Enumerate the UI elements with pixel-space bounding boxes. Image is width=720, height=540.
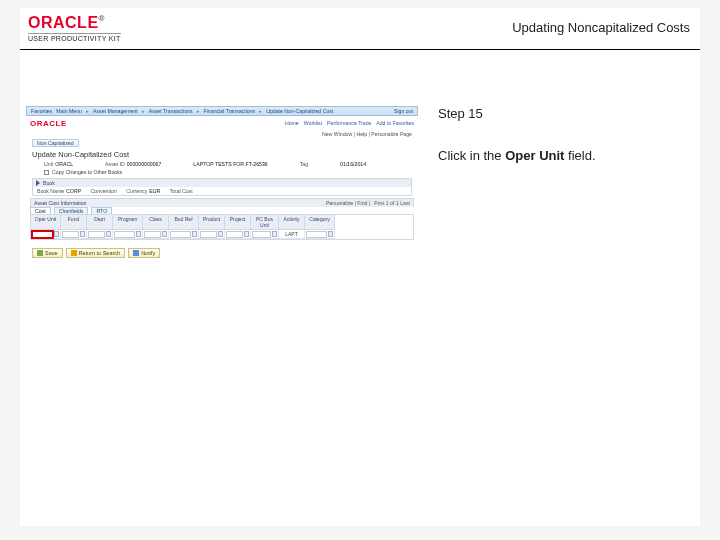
col-program: Program [113, 215, 143, 230]
toolbar-link[interactable]: Performance Trace [327, 120, 371, 126]
crumb: Update Non-Capitalized Cost [266, 108, 333, 114]
col-class: Class [143, 215, 169, 230]
bud-ref-field[interactable] [170, 231, 191, 238]
table-row: LAPT [31, 230, 413, 239]
oper-unit-field[interactable] [32, 231, 53, 238]
notify-icon [133, 250, 139, 256]
window-links[interactable]: New Window | Help | Personalize Page [26, 130, 418, 138]
lookup-icon[interactable] [328, 231, 333, 237]
lookup-icon[interactable] [218, 231, 223, 237]
grid-count: First 1 of 1 Last [374, 200, 410, 206]
fund-field[interactable] [62, 231, 79, 238]
toolbar-link[interactable]: Worklist [304, 120, 322, 126]
search-icon [71, 250, 77, 256]
col-activity: Activity [279, 215, 305, 230]
tab-non-capitalized[interactable]: Non Capitalized [32, 139, 79, 147]
save-icon [37, 250, 43, 256]
crumb: Main Menu [56, 108, 82, 114]
lookup-icon[interactable] [244, 231, 249, 237]
col-fund: Fund [61, 215, 87, 230]
page-title: Update Non-Capitalized Cost [26, 148, 418, 160]
grid-section-title: Asset Cost Information [34, 200, 86, 206]
unit-value: ORACL [55, 161, 73, 167]
cost-grid: Oper Unit Fund Dept Program Class Bud Re… [30, 214, 414, 240]
breadcrumb: Favorites Main Menu▸ Asset Management▸ A… [26, 106, 418, 116]
step-label: Step 15 [438, 106, 680, 121]
project-field[interactable] [226, 231, 243, 238]
instruction-text: Click in the Oper Unit field. [438, 147, 680, 165]
book-name-label: Book Name [37, 188, 64, 194]
book-panel-title: Book [43, 180, 55, 186]
doc-title: Updating Noncapitalized Costs [512, 20, 690, 35]
lookup-icon[interactable] [136, 231, 141, 237]
book-panel: Book Book Name CORP Convention Currency … [32, 178, 412, 196]
save-button[interactable]: Save [32, 248, 63, 258]
signout-link[interactable]: Sign out [394, 108, 413, 114]
program-field[interactable] [114, 231, 135, 238]
grid-personalize-link[interactable]: Personalize | Find | [326, 200, 370, 206]
assetid-value: 000000000067 [127, 161, 162, 167]
category-field[interactable] [306, 231, 327, 238]
oracle-logo: ORACLE® USER PRODUCTIVITY KIT [28, 14, 121, 42]
triangle-icon [36, 180, 40, 186]
col-oper-unit: Oper Unit [31, 215, 61, 230]
currency-label: Currency [126, 188, 147, 194]
crumb: Asset Management [93, 108, 138, 114]
doc-header: ORACLE® USER PRODUCTIVITY KIT Updating N… [20, 8, 700, 50]
col-product: Product [199, 215, 225, 230]
notify-button[interactable]: Notify [128, 248, 160, 258]
convention-label: Convention [91, 188, 117, 194]
return-to-search-button[interactable]: Return to Search [66, 248, 126, 258]
lookup-icon[interactable] [54, 231, 59, 237]
lookup-icon[interactable] [272, 231, 277, 237]
copy-label: Copy Changes to Other Books [52, 169, 122, 175]
total-cost-label: Total Cost [170, 188, 193, 194]
oracle-subline: USER PRODUCTIVITY KIT [28, 33, 121, 42]
mini-oracle-logo: ORACLE [30, 119, 67, 128]
tag-label: Tag [300, 161, 308, 167]
currency-value: EUR [149, 188, 160, 194]
col-project: Project [225, 215, 251, 230]
col-bud-ref: Bud Ref [169, 215, 199, 230]
col-pc-bus-unit: PC Bus Unit [251, 215, 279, 230]
grid-tab-cost[interactable]: Cost [30, 207, 51, 214]
toolbar-link[interactable]: Add to Favorites [376, 120, 414, 126]
class-field[interactable] [144, 231, 161, 238]
asset-desc: LAPTOP TESTS FOR FT-26536 [193, 161, 267, 167]
unit-label: Unit [44, 161, 53, 167]
book-name-value: CORP [66, 188, 81, 194]
toolbar-link[interactable]: Home [285, 120, 299, 126]
grid-tab-rto[interactable]: RTO [91, 207, 112, 214]
lookup-icon[interactable] [80, 231, 85, 237]
lookup-icon[interactable] [162, 231, 167, 237]
col-category: Category [305, 215, 335, 230]
grid-header-bar: Asset Cost Information Personalize | Fin… [30, 198, 414, 207]
product-field[interactable] [200, 231, 217, 238]
activity-value: LAPT [285, 231, 298, 237]
crumb: Favorites [31, 108, 52, 114]
screenshot-thumbnail: Favorites Main Menu▸ Asset Management▸ A… [26, 106, 418, 282]
dept-field[interactable] [88, 231, 105, 238]
lookup-icon[interactable] [106, 231, 111, 237]
copy-checkbox[interactable] [44, 170, 49, 175]
lookup-icon[interactable] [192, 231, 197, 237]
crumb: Asset Transactions [149, 108, 193, 114]
date-value: 01/16/2014 [340, 161, 366, 167]
crumb: Financial Transactions [204, 108, 256, 114]
assetid-label: Asset ID [105, 161, 125, 167]
pc-bus-unit-field[interactable] [252, 231, 271, 238]
oracle-brand-text: ORACLE [28, 14, 99, 31]
grid-tab-chartfields[interactable]: Chartfields [54, 207, 89, 214]
col-dept: Dept [87, 215, 113, 230]
